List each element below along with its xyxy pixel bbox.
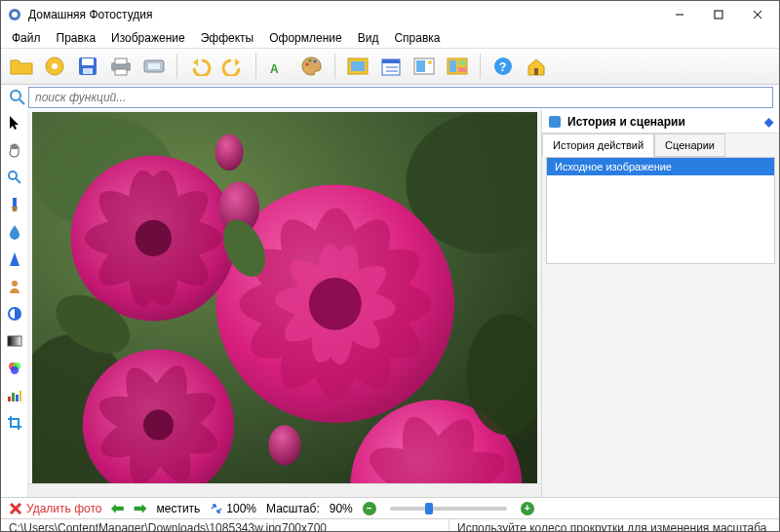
svg-rect-24 [382,59,400,63]
svg-point-19 [314,60,317,63]
history-list[interactable]: Исходное изображение [546,157,775,264]
svg-rect-3 [715,11,722,19]
tab-history[interactable]: История действий [542,133,654,157]
history-panel-icon [548,115,562,129]
svg-point-39 [9,171,17,179]
zoom-out-button[interactable]: − [363,502,376,515]
flip-tool[interactable] [5,250,24,268]
drop-tool[interactable] [5,223,24,241]
levels-tool[interactable] [5,387,24,404]
svg-line-40 [16,178,20,183]
right-panel-header: История и сценарии ◆ [542,110,779,133]
home-button[interactable] [522,52,551,81]
right-panel-title: История и сценарии [567,115,685,129]
toolbar-separator [176,54,177,79]
svg-rect-13 [115,69,127,75]
save-button[interactable] [73,52,102,81]
print-button[interactable] [106,52,136,81]
window-title: Домашняя Фотостудия [28,8,660,21]
right-panel: История и сценарии ◆ История действий Сц… [541,110,779,497]
right-panel-tabs: История действий Сценарии [542,133,779,157]
next-image-button[interactable]: ➡ [134,499,146,517]
svg-rect-32 [458,60,466,65]
menu-help[interactable]: Справка [387,29,447,47]
crop-tool[interactable] [5,414,24,432]
redo-button[interactable] [218,52,248,81]
svg-rect-51 [20,391,21,401]
toolbar-separator [334,54,335,79]
svg-rect-44 [8,336,21,346]
svg-rect-22 [351,61,365,71]
zoom-tool[interactable] [5,169,24,186]
svg-point-47 [11,366,19,374]
tool-palette [1,110,28,497]
menu-image[interactable]: Изображение [104,29,192,47]
history-item[interactable]: Исходное изображение [547,158,774,175]
close-button[interactable] [738,1,777,28]
menu-view[interactable]: Вид [351,29,386,47]
menu-file[interactable]: Файл [5,29,48,47]
text-button[interactable]: A [264,52,293,81]
rgb-tool[interactable] [5,360,24,377]
scan-button[interactable] [139,52,169,81]
hand-tool[interactable] [5,141,24,159]
gradient-tool[interactable] [5,332,24,350]
palette-button[interactable] [297,52,327,81]
fit-icon[interactable]: 100% [210,502,256,515]
catalog-button[interactable] [40,52,69,81]
brush-tool[interactable] [5,196,24,213]
menu-effects[interactable]: Эффекты [194,29,261,47]
delete-photo-button[interactable]: Удалить фото [9,502,101,515]
zoom-slider[interactable] [390,507,507,511]
collage-button[interactable] [443,52,472,81]
svg-point-18 [309,59,312,62]
calendar-button[interactable] [376,52,406,81]
svg-rect-48 [8,397,11,401]
svg-point-17 [306,63,309,66]
delete-label: Удалить фото [26,502,101,515]
svg-rect-41 [13,198,17,207]
svg-point-29 [428,60,432,64]
photo-content [32,112,537,497]
scale-label: Масштаб: [266,502,320,515]
maximize-button[interactable] [699,1,738,28]
main-toolbar: A ? [1,48,779,85]
prev-image-button[interactable]: ⬅ [111,499,124,517]
svg-rect-50 [16,395,19,401]
menu-design[interactable]: Оформление [262,29,348,47]
pin-icon[interactable]: ◆ [764,115,773,129]
contrast-tool[interactable] [5,305,24,323]
image-canvas[interactable] [28,110,541,497]
undo-button[interactable] [185,52,214,81]
search-icon [7,89,28,106]
svg-line-38 [20,99,24,104]
bottom-bar: Удалить фото ⬅ ➡ местить 100% Масштаб: 9… [1,497,779,518]
zoom-in-button[interactable]: + [521,502,534,515]
svg-point-68 [309,278,362,330]
zoom-thumb[interactable] [425,503,433,514]
svg-point-81 [143,410,174,440]
svg-point-7 [52,63,58,69]
svg-point-20 [306,68,309,71]
horizontal-scrollbar[interactable] [28,483,541,497]
toolbar-separator [255,54,256,79]
help-button[interactable]: ? [488,52,518,81]
svg-rect-12 [115,58,127,64]
svg-point-42 [12,281,18,286]
frame-button[interactable] [343,52,372,81]
move-label: местить [156,502,200,515]
minimize-button[interactable] [660,1,699,28]
search-input[interactable] [28,87,773,108]
titlebar: Домашняя Фотостудия [1,1,779,28]
portrait-tool[interactable] [5,278,24,295]
postcard-button[interactable] [410,52,439,81]
menu-edit[interactable]: Правка [50,29,103,47]
open-button[interactable] [7,52,36,81]
svg-point-75 [136,220,172,256]
status-filepath: C:\Users\ContentManager\Downloads\108534… [1,519,274,532]
cursor-tool[interactable] [5,114,24,132]
svg-rect-36 [534,68,538,75]
svg-text:A: A [270,62,279,76]
tab-scenarios[interactable]: Сценарии [654,133,725,157]
svg-rect-93 [549,116,561,128]
